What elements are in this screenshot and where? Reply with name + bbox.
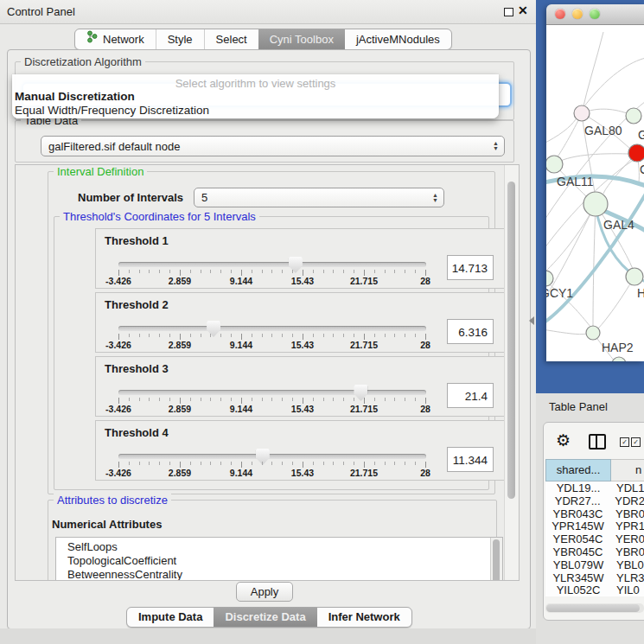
cell-name[interactable]: YPR1 xyxy=(610,520,644,532)
attribute-list-item[interactable]: BetweennessCentrality xyxy=(56,568,502,581)
combo-stepper-icon: ▲▼ xyxy=(493,137,499,156)
network-desktop-background: GAL80GAGAL11CGAL4GCY1HHAP2 xyxy=(536,0,644,393)
network-node-green[interactable] xyxy=(586,326,600,340)
threshold-row: Threshold 2-3.4262.8599.14415.4321.71528… xyxy=(95,292,520,353)
network-edge[interactable] xyxy=(598,277,634,328)
zoom-traffic-light-icon[interactable] xyxy=(590,9,600,19)
table-row[interactable]: YBR043CYBR0 xyxy=(545,507,644,520)
network-node-green[interactable] xyxy=(626,108,641,124)
network-node-green[interactable] xyxy=(546,156,563,173)
table-scrollbar-thumb[interactable] xyxy=(546,604,640,612)
table-row[interactable]: YIL052CYIL0 xyxy=(545,583,644,596)
close-traffic-light-icon[interactable] xyxy=(555,9,565,19)
numerical-attributes-list[interactable]: SelfLoopsTopologicalCoefficientBetweenne… xyxy=(55,537,503,581)
table-row[interactable]: YBR045CYBR0 xyxy=(545,545,644,558)
table-row[interactable]: YDL19...YDL1 xyxy=(545,481,644,494)
network-node-label: GAL11 xyxy=(557,175,594,188)
cell-shared-name[interactable]: YBR045C xyxy=(545,545,610,558)
network-edge[interactable] xyxy=(546,204,596,272)
algorithm-option-manual[interactable]: Manual Discretization xyxy=(15,90,135,103)
column-layout-icon[interactable] xyxy=(589,434,606,450)
network-edge[interactable] xyxy=(582,58,644,110)
threshold-slider-track[interactable] xyxy=(118,262,426,267)
threshold-slider-track[interactable] xyxy=(118,390,426,395)
cell-name[interactable]: YBR0 xyxy=(610,507,644,520)
table-row[interactable]: YER054CYER0 xyxy=(545,532,644,545)
checkbox-icon[interactable]: ✓ xyxy=(631,437,641,447)
table-row[interactable]: YDR27...YDR2 xyxy=(545,494,644,507)
cell-name[interactable]: YLR3 xyxy=(611,571,644,584)
threshold-value-field[interactable]: 11.344 xyxy=(447,447,494,472)
number-of-intervals-combobox[interactable]: 5 ▲▼ xyxy=(194,188,444,207)
tab-jactivemnodules[interactable]: jActiveMNodules xyxy=(345,29,451,49)
table-row[interactable]: YPR145WYPR1 xyxy=(545,520,644,532)
network-edge[interactable] xyxy=(546,119,576,144)
threshold-slider-track[interactable] xyxy=(118,326,426,331)
network-edge[interactable] xyxy=(554,154,628,164)
apply-button[interactable]: Apply xyxy=(236,582,293,602)
cell-name[interactable]: YBL0 xyxy=(611,558,644,571)
tab-discretize-data[interactable]: Discretize Data xyxy=(214,608,316,627)
algorithm-option-equal-width[interactable]: Equal Width/Frequency Discretization xyxy=(15,104,209,117)
network-node-green[interactable] xyxy=(546,271,553,286)
cell-shared-name[interactable]: YBL079W xyxy=(545,558,611,571)
attributes-list-scrollbar[interactable] xyxy=(490,538,502,581)
tab-select[interactable]: Select xyxy=(204,29,258,49)
gear-icon[interactable]: ⚙ xyxy=(556,430,571,450)
network-node-pink[interactable] xyxy=(574,105,590,121)
cell-name[interactable]: YBR0 xyxy=(610,545,644,558)
network-node-green[interactable] xyxy=(583,192,608,216)
network-node-label: GAL80 xyxy=(584,124,622,137)
cell-shared-name[interactable]: YLR345W xyxy=(545,571,611,584)
attribute-list-item[interactable]: TopologicalCoefficient xyxy=(56,554,502,568)
cell-name[interactable]: YDR2 xyxy=(609,494,644,507)
network-canvas[interactable]: GAL80GAGAL11CGAL4GCY1HHAP2 xyxy=(546,25,644,361)
threshold-value-field[interactable]: 14.713 xyxy=(447,255,494,280)
tab-style[interactable]: Style xyxy=(156,29,204,49)
cell-shared-name[interactable]: YPR145W xyxy=(545,520,610,532)
network-node-label: GA xyxy=(638,128,644,142)
attributes-scrollbar-thumb[interactable] xyxy=(493,539,500,581)
split-divider-handle[interactable] xyxy=(529,316,534,325)
threshold-value-field[interactable]: 21.4 xyxy=(447,383,494,408)
tab-impute-data[interactable]: Impute Data xyxy=(127,608,214,627)
network-node-red[interactable] xyxy=(628,144,644,162)
cell-shared-name[interactable]: YIL052C xyxy=(545,583,611,596)
tab-network[interactable]: Network xyxy=(75,29,156,49)
float-window-icon[interactable] xyxy=(504,8,513,16)
network-edge[interactable] xyxy=(593,204,596,326)
cell-name[interactable]: YDL1 xyxy=(611,481,644,494)
network-edge[interactable] xyxy=(546,329,587,335)
cell-shared-name[interactable]: YER054C xyxy=(545,532,610,545)
checkbox-icon[interactable]: ✓ xyxy=(620,437,629,447)
slider-tick-label: 28 xyxy=(420,468,430,478)
minimize-traffic-light-icon[interactable] xyxy=(572,9,583,19)
network-edge[interactable] xyxy=(582,32,603,113)
network-node-green[interactable] xyxy=(626,268,643,285)
tab-cyni-toolbox[interactable]: Cyni Toolbox xyxy=(258,29,345,49)
threshold-slider-track[interactable] xyxy=(118,454,426,459)
cell-shared-name[interactable]: YBR043C xyxy=(545,507,610,520)
slider-tick-label: 28 xyxy=(420,404,430,414)
threshold-value-field[interactable]: 6.316 xyxy=(447,319,494,344)
settings-scrollbar-thumb[interactable] xyxy=(507,182,515,499)
network-node-green[interactable] xyxy=(612,357,626,361)
discretization-algorithm-title: Discretization Algorithm xyxy=(21,55,145,68)
cell-name[interactable]: YIL0 xyxy=(611,583,640,596)
cell-shared-name[interactable]: YDL19... xyxy=(545,481,611,494)
cell-shared-name[interactable]: YDR27... xyxy=(545,494,609,507)
tab-infer-network[interactable]: Infer Network xyxy=(317,608,411,627)
network-window-titlebar[interactable] xyxy=(546,4,644,25)
attribute-list-item[interactable]: SelfLoops xyxy=(56,540,502,554)
settings-vertical-scrollbar[interactable] xyxy=(504,165,519,580)
table-row[interactable]: YBL079WYBL0 xyxy=(545,558,644,571)
slider-tick-label: 15.43 xyxy=(291,468,314,478)
table-panel-inner: ⚙ ✓ ✓ shared... n YDL19...YDL1YDR27...YD… xyxy=(543,422,644,621)
column-header-name[interactable]: n xyxy=(611,459,644,481)
close-icon[interactable]: ✕ xyxy=(518,3,528,17)
table-horizontal-scrollbar[interactable] xyxy=(545,603,644,613)
column-header-shared[interactable]: shared... xyxy=(545,459,611,481)
cell-name[interactable]: YER0 xyxy=(610,532,644,545)
table-data-combobox[interactable]: galFiltered.sif default node ▲▼ xyxy=(41,136,505,156)
table-row[interactable]: YLR345WYLR3 xyxy=(545,571,644,584)
